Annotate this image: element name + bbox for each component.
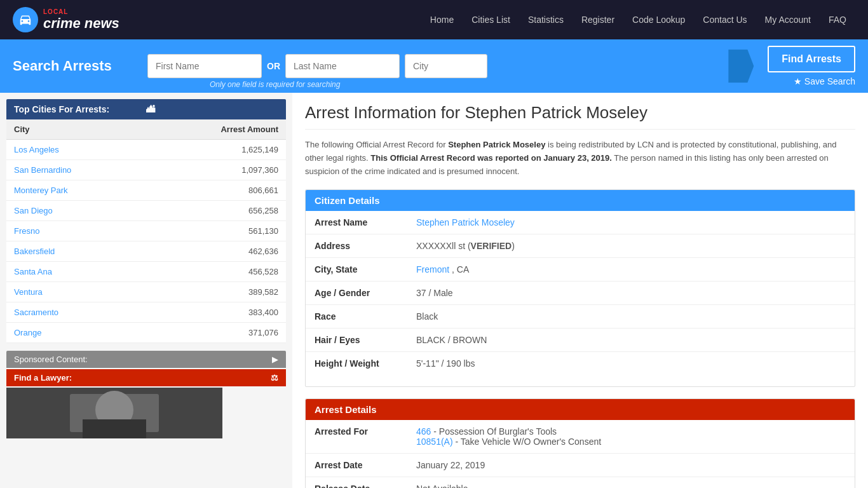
play-icon: ▶ (272, 355, 278, 364)
nav-statistics[interactable]: Statistics (519, 0, 573, 39)
nav-register[interactable]: Register (573, 0, 623, 39)
city-link[interactable]: Sacramento (14, 308, 58, 317)
nav-my-account[interactable]: My Account (756, 0, 820, 39)
address-label: Address (306, 234, 407, 258)
table-row: Bakersfield 462,636 (6, 241, 286, 262)
table-row: Orange 371,076 (6, 323, 286, 343)
city-name: San Diego (6, 201, 146, 221)
city-link[interactable]: Orange (14, 328, 41, 337)
table-row: Arrested For 466 - Possession Of Burglar… (306, 420, 855, 454)
city-amount: 462,636 (146, 241, 286, 262)
arrest-name-value: Stephen Patrick Moseley (407, 211, 855, 234)
logo-brand: crime news (43, 15, 119, 31)
race-label: Race (306, 305, 407, 329)
state-value: , CA (452, 264, 469, 274)
navbar: LOCAL crime news Home Cities List Statis… (0, 0, 868, 39)
search-hint: Only one field is required for searching (210, 80, 340, 89)
verified-text: VERIFIED (471, 241, 512, 251)
city-amount: 1,625,149 (146, 140, 286, 160)
charge2-code-link[interactable]: 10851(A) (416, 437, 453, 447)
find-lawyer-label: Find a Lawyer: (14, 373, 72, 383)
city-skyline-icon: 🏙 (146, 104, 278, 114)
city-link[interactable]: Santa Ana (14, 267, 52, 276)
top-cities-header: Top Cities For Arrests: 🏙 (6, 99, 286, 119)
hair-eyes-value: BLACK / BROWN (407, 329, 855, 352)
find-lawyer-banner[interactable]: Find a Lawyer: ⚖ (6, 369, 286, 386)
table-row: Race Black (306, 305, 855, 329)
city-name: Sacramento (6, 302, 146, 323)
city-link[interactable]: Fremont (416, 264, 449, 274)
logo-local: LOCAL (43, 8, 119, 15)
table-row: Release Date Not Available (306, 477, 855, 488)
city-col-header: City (6, 119, 146, 140)
main-layout: Top Cities For Arrests: 🏙 City Arrest Am… (0, 93, 868, 488)
citizen-details-block: Citizen Details Arrest Name Stephen Patr… (305, 189, 855, 387)
first-name-input[interactable] (147, 54, 262, 78)
city-amount: 389,582 (146, 282, 286, 302)
table-row: Fresno 561,130 (6, 221, 286, 241)
height-weight-label: Height / Weight (306, 352, 407, 376)
arrow-connector (728, 50, 754, 83)
lawyer-image-svg (6, 388, 222, 438)
star-icon: ★ (794, 76, 802, 86)
charge2-desc: - Take Vehicle W/O Owner's Consent (455, 437, 601, 447)
sponsored-label: Sponsored Content: (14, 355, 88, 364)
city-link[interactable]: San Diego (14, 206, 53, 215)
city-amount: 383,400 (146, 302, 286, 323)
city-link[interactable]: Los Angeles (14, 145, 59, 154)
arrested-for-value: 466 - Possession Of Burglar's Tools 1085… (407, 420, 855, 454)
arrest-details-table: Arrested For 466 - Possession Of Burglar… (306, 420, 855, 488)
search-actions: Find Arrests ★ Save Search (768, 46, 855, 86)
city-link[interactable]: Bakersfield (14, 247, 55, 256)
hair-eyes-label: Hair / Eyes (306, 329, 407, 352)
city-state-value: Fremont , CA (407, 258, 855, 281)
last-name-input[interactable] (285, 54, 400, 78)
table-row: Sacramento 383,400 (6, 302, 286, 323)
arrest-date-value: January 22, 2019 (407, 454, 855, 477)
city-amount: 806,661 (146, 180, 286, 201)
logo[interactable]: LOCAL crime news (13, 7, 119, 32)
lawyer-image (6, 388, 222, 438)
table-row: Ventura 389,582 (6, 282, 286, 302)
nav-home[interactable]: Home (421, 0, 463, 39)
content-area: Arrest Information for Stephen Patrick M… (292, 93, 868, 488)
charge1-code-link[interactable]: 466 (416, 426, 431, 437)
find-arrests-button[interactable]: Find Arrests (768, 46, 855, 72)
release-date-value: Not Available (407, 477, 855, 488)
city-name: Bakersfield (6, 241, 146, 262)
arrest-name-label: Arrest Name (306, 211, 407, 234)
scales-icon: ⚖ (271, 373, 278, 383)
arrest-details-header: Arrest Details (306, 399, 855, 420)
city-input[interactable] (405, 54, 487, 78)
city-amount: 456,528 (146, 262, 286, 282)
svg-rect-3 (83, 419, 146, 438)
arrest-intro: The following Official Arrest Record for… (305, 139, 855, 178)
citizen-details-table: Arrest Name Stephen Patrick Moseley Addr… (306, 211, 855, 375)
city-name: San Bernardino (6, 160, 146, 180)
city-link[interactable]: Monterey Park (14, 186, 68, 195)
nav-code-lookup[interactable]: Code Lookup (623, 0, 694, 39)
arrested-for-label: Arrested For (306, 420, 407, 454)
arrest-name-link[interactable]: Stephen Patrick Moseley (416, 217, 515, 227)
logo-icon (13, 7, 38, 32)
nav-links: Home Cities List Statistics Register Cod… (421, 0, 855, 39)
amount-col-header: Arrest Amount (146, 119, 286, 140)
age-gender-value: 37 / Male (407, 281, 855, 305)
city-link[interactable]: Ventura (14, 287, 43, 297)
table-row: Address XXXXXXll st (VERIFIED) (306, 234, 855, 258)
cities-table: City Arrest Amount Los Angeles 1,625,149… (6, 119, 286, 343)
save-search-button[interactable]: ★ Save Search (794, 76, 855, 86)
nav-faq[interactable]: FAQ (820, 0, 855, 39)
city-link[interactable]: Fresno (14, 226, 39, 236)
table-row: Monterey Park 806,661 (6, 180, 286, 201)
table-row: City, State Fremont , CA (306, 258, 855, 281)
city-name: Ventura (6, 282, 146, 302)
address-text: XXXXXXll st (416, 241, 465, 251)
nav-contact-us[interactable]: Contact Us (694, 0, 756, 39)
age-gender-label: Age / Gender (306, 281, 407, 305)
city-name: Fresno (6, 221, 146, 241)
city-name: Los Angeles (6, 140, 146, 160)
city-link[interactable]: San Bernardino (14, 165, 71, 175)
or-text: OR (267, 61, 280, 71)
nav-cities-list[interactable]: Cities List (463, 0, 519, 39)
